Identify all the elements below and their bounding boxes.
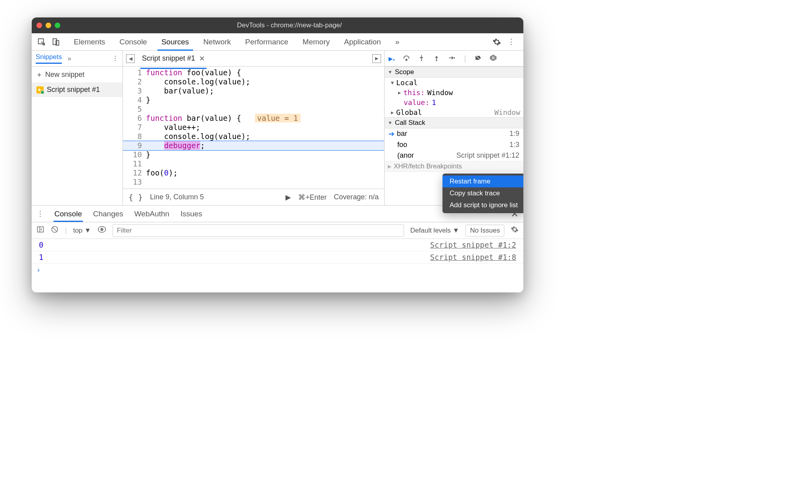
issues-button[interactable]: No Issues [465, 225, 504, 237]
svg-point-5 [436, 60, 437, 61]
callstack-frame-anon[interactable]: (anorScript snippet #1:12 [385, 150, 523, 161]
code-line[interactable]: 6function bar(value) { value = 1 [123, 114, 384, 123]
source-link[interactable]: Script snippet #1:2 [430, 241, 516, 249]
close-tab-icon[interactable]: ✕ [199, 54, 205, 63]
svg-point-14 [100, 228, 103, 231]
snippet-file-icon [36, 86, 44, 94]
ctx-add-ignore-list[interactable]: Add script to ignore list [442, 199, 523, 211]
sidebar-header: Snippets » ⋮ [32, 51, 123, 67]
minimize-window-button[interactable] [46, 23, 51, 28]
code-line[interactable]: 11 [123, 159, 384, 168]
tab-elements[interactable]: Elements [67, 34, 112, 50]
coverage-status: Coverage: n/a [334, 193, 379, 201]
log-levels-selector[interactable]: Default levels ▼ [410, 227, 460, 235]
tab-memory[interactable]: Memory [295, 34, 337, 50]
maximize-window-button[interactable] [55, 23, 60, 28]
console-toolbar: | top ▼ Default levels ▼ No Issues [32, 222, 523, 239]
deactivate-breakpoints-icon[interactable] [474, 54, 482, 63]
context-menu: Restart frame Copy stack trace Add scrip… [442, 174, 523, 213]
callstack-header[interactable]: ▼Call Stack [385, 117, 523, 128]
scope-local[interactable]: ▼Local [385, 78, 523, 88]
tab-application[interactable]: Application [337, 34, 388, 50]
settings-gear-icon[interactable] [491, 36, 503, 48]
run-snippet-icon[interactable]: ▶ [372, 54, 381, 63]
clear-console-icon[interactable] [51, 225, 59, 235]
resume-icon[interactable]: ▶▸ [389, 54, 395, 63]
code-editor[interactable]: 1function foo(value) {2 console.log(valu… [123, 67, 384, 189]
plus-icon: ＋ [36, 70, 43, 79]
drawer: ⋮ Console Changes WebAuthn Issues ✕ | to… [32, 205, 523, 292]
devtools-window: DevTools - chrome://new-tab-page/ Elemen… [32, 17, 523, 292]
scope-value[interactable]: value: 1 [385, 97, 523, 107]
pause-exceptions-icon[interactable] [489, 54, 497, 63]
snippet-list-item[interactable]: Script snippet #1 [32, 82, 123, 97]
show-console-sidebar-icon[interactable] [36, 225, 44, 235]
scope-header[interactable]: ▼Scope [385, 67, 523, 78]
drawer-menu-icon[interactable]: ⋮ [36, 209, 44, 218]
editor-tab[interactable]: Script snippet #1 ✕ [140, 52, 207, 65]
live-expression-icon[interactable] [98, 225, 106, 236]
drawer-tab-changes[interactable]: Changes [92, 206, 124, 221]
source-link[interactable]: Script snippet #1:8 [430, 253, 516, 262]
callstack-frame-foo[interactable]: foo1:3 [385, 139, 523, 150]
main-tabs: Elements Console Sources Network Perform… [67, 34, 406, 50]
svg-point-3 [406, 59, 407, 60]
code-line[interactable]: 2 console.log(value); [123, 77, 384, 86]
code-line[interactable]: 4} [123, 95, 384, 105]
code-line[interactable]: 3 bar(value); [123, 86, 384, 95]
sidebar-menu-icon[interactable]: ⋮ [112, 54, 119, 63]
code-line[interactable]: 8 console.log(value); [123, 132, 384, 141]
step-icon[interactable] [448, 54, 456, 63]
more-panes-icon[interactable]: » [67, 55, 71, 63]
device-toggle-icon[interactable] [50, 36, 62, 48]
show-navigator-icon[interactable]: ◀ [126, 54, 135, 63]
scope-global[interactable]: ▶GlobalWindow [385, 107, 523, 117]
callstack-frame-bar[interactable]: ➔bar1:9 [385, 128, 523, 139]
debugger-toolbar: ▶▸ | [385, 51, 523, 67]
code-line[interactable]: 9 debugger; [123, 141, 384, 150]
inspect-icon[interactable] [36, 36, 48, 48]
tab-console[interactable]: Console [112, 34, 154, 50]
console-message[interactable]: 1Script snippet #1:8 [32, 251, 523, 263]
tab-performance[interactable]: Performance [238, 34, 295, 50]
xhr-breakpoints-header[interactable]: ▶XHR/fetch Breakpoints [385, 161, 523, 172]
step-out-icon[interactable] [433, 54, 440, 63]
console-prompt[interactable]: › [32, 263, 523, 277]
code-line[interactable]: 7 value++; [123, 123, 384, 132]
close-window-button[interactable] [36, 23, 42, 28]
more-tabs-icon[interactable]: » [388, 34, 407, 50]
tab-sources[interactable]: Sources [154, 34, 196, 50]
kebab-menu-icon[interactable]: ⋮ [505, 36, 517, 48]
step-into-icon[interactable] [417, 54, 425, 63]
pretty-print-icon[interactable]: { } [128, 193, 143, 202]
drawer-tab-webauthn[interactable]: WebAuthn [134, 206, 170, 221]
code-line[interactable]: 5 [123, 105, 384, 114]
traffic-lights [36, 23, 60, 28]
editor-statusbar: { } Line 9, Column 5 ▶ ⌘+Enter Coverage:… [123, 189, 384, 205]
tab-network[interactable]: Network [196, 34, 238, 50]
ctx-copy-stack-trace[interactable]: Copy stack trace [442, 187, 523, 199]
context-selector[interactable]: top ▼ [73, 227, 91, 235]
console-settings-gear-icon[interactable] [511, 225, 519, 235]
run-shortcut: ⌘+Enter [298, 193, 327, 202]
drawer-tab-issues[interactable]: Issues [180, 206, 203, 221]
window-title: DevTools - chrome://new-tab-page/ [60, 21, 519, 29]
titlebar: DevTools - chrome://new-tab-page/ [32, 17, 523, 33]
ctx-restart-frame[interactable]: Restart frame [442, 176, 523, 187]
code-line[interactable]: 1function foo(value) { [123, 68, 384, 77]
run-icon[interactable]: ▶ [285, 193, 291, 202]
code-line[interactable]: 12foo(0); [123, 168, 384, 178]
code-line[interactable]: 13 [123, 178, 384, 187]
filter-input[interactable] [113, 224, 404, 237]
sidebar-tab-snippets[interactable]: Snippets [36, 53, 62, 64]
step-over-icon[interactable] [402, 54, 410, 63]
svg-point-4 [421, 59, 422, 61]
scope-this[interactable]: ▶this: Window [385, 88, 523, 97]
svg-line-13 [53, 227, 57, 231]
editor-tabbar: ◀ Script snippet #1 ✕ ▶ [123, 51, 384, 67]
new-snippet-button[interactable]: ＋New snippet [32, 67, 123, 82]
drawer-tab-console[interactable]: Console [54, 206, 83, 221]
code-line[interactable]: 10} [123, 150, 384, 159]
svg-point-6 [454, 57, 455, 58]
console-message[interactable]: 0Script snippet #1:2 [32, 239, 523, 251]
